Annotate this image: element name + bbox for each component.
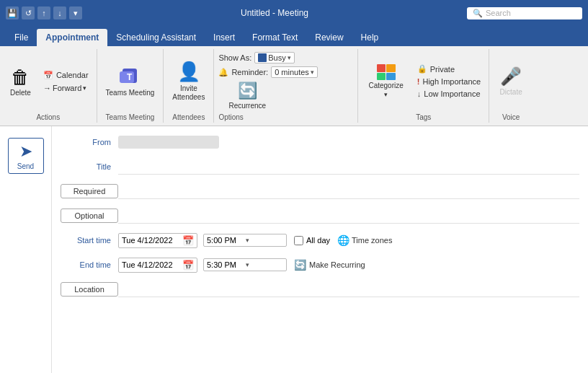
all-day-checkbox-row[interactable]: All day <box>294 236 330 245</box>
search-icon: 🔍 <box>473 9 483 18</box>
end-time-select[interactable]: 5:30 PM ▾ <box>203 258 287 271</box>
forward-dropdown-icon[interactable]: ▾ <box>83 84 86 92</box>
globe-icon: 🌐 <box>337 234 349 246</box>
title-label: Title <box>61 162 118 171</box>
optional-input[interactable] <box>118 209 579 224</box>
recurrence-button[interactable]: 🔄 Recurrence <box>224 79 270 112</box>
from-label: From <box>61 138 118 146</box>
make-recurring-button[interactable]: 🔄 Make Recurring <box>294 259 365 271</box>
location-input[interactable] <box>118 282 579 297</box>
optional-button[interactable]: Optional <box>61 209 118 223</box>
start-time-value: 5:00 PM <box>207 236 244 245</box>
send-button[interactable]: ➤ Send <box>8 138 44 174</box>
required-input[interactable] <box>118 184 579 199</box>
undo-icon[interactable]: ↺ <box>22 6 35 19</box>
main-area: ➤ Send From Title Required Optional Star… <box>0 126 588 373</box>
attendees-items: 👤 Invite Attendees <box>168 51 209 112</box>
start-date-input[interactable] <box>122 236 179 245</box>
end-time-arrow-icon: ▾ <box>246 261 283 268</box>
private-button[interactable]: 🔒 Private <box>414 63 484 75</box>
title-bar: 💾 ↺ ↑ ↓ ▾ Untitled - Meeting 🔍 Search <box>0 0 588 26</box>
down-arrow-icon[interactable]: ↓ <box>53 6 66 19</box>
calendar-button[interactable]: 📅 Calendar <box>40 69 92 82</box>
show-as-value: Busy <box>268 53 285 62</box>
start-date-field[interactable]: 📅 <box>118 233 197 248</box>
optional-row: Optional <box>61 206 579 226</box>
start-calendar-icon[interactable]: 📅 <box>182 235 194 246</box>
show-as-row: Show As: Busy ▾ <box>218 52 294 63</box>
ribbon-group-actions: 🗑 Delete 📅 Calendar → Forward ▾ Actions <box>0 49 97 123</box>
all-day-checkbox[interactable] <box>294 236 303 245</box>
end-date-input[interactable] <box>122 260 179 269</box>
start-time-row: Start time 📅 5:00 PM ▾ All day 🌐 Time zo… <box>61 230 579 250</box>
customize-icon[interactable]: ▾ <box>69 6 82 19</box>
start-time-select[interactable]: 5:00 PM ▾ <box>203 234 287 247</box>
save-icon[interactable]: 💾 <box>6 6 19 19</box>
invite-icon: 👤 <box>177 61 200 83</box>
send-label: Send <box>17 162 34 170</box>
tab-insert[interactable]: Insert <box>205 29 244 46</box>
from-row: From <box>61 132 579 152</box>
window-title: Untitled - Meeting <box>82 8 467 18</box>
end-time-row: End time 📅 5:30 PM ▾ 🔄 Make Recurring <box>61 255 579 275</box>
timezone-button[interactable]: 🌐 Time zones <box>337 234 392 246</box>
show-as-label: Show As: <box>218 53 251 62</box>
svg-text:T: T <box>127 72 133 82</box>
actions-group-label: Actions <box>36 112 60 121</box>
attendees-group-label: Attendees <box>172 112 205 121</box>
high-importance-icon: ! <box>417 77 420 86</box>
up-arrow-icon[interactable]: ↑ <box>37 6 50 19</box>
title-input[interactable] <box>118 159 579 175</box>
send-arrow-icon: ➤ <box>19 142 32 161</box>
delete-button[interactable]: 🗑 Delete <box>4 63 37 100</box>
from-value <box>118 136 219 149</box>
dictate-button[interactable]: 🎤 Dictate <box>495 64 527 98</box>
reminder-select[interactable]: 0 minutes ▾ <box>271 66 318 78</box>
end-date-field[interactable]: 📅 <box>118 258 197 273</box>
ribbon-tab-bar: File Appointment Scheduling Assistant In… <box>0 26 588 46</box>
voice-group-label: Voice <box>502 112 520 121</box>
show-as-arrow-icon: ▾ <box>288 54 291 61</box>
reminder-row: 🔔 Reminder: 0 minutes ▾ <box>218 66 317 78</box>
end-time-value: 5:30 PM <box>207 260 244 269</box>
location-row: Location <box>61 279 579 299</box>
ribbon-group-attendees: 👤 Invite Attendees Attendees <box>164 49 214 123</box>
tags-side-items: 🔒 Private ! High Importance ↓ Low Import… <box>414 63 484 100</box>
categorize-arrow-icon: ▾ <box>384 91 388 98</box>
ribbon-group-tags: Categorize ▾ 🔒 Private ! High Importance… <box>358 49 489 123</box>
timezone-label: Time zones <box>352 236 392 245</box>
invite-attendees-button[interactable]: 👤 Invite Attendees <box>168 58 209 104</box>
tab-scheduling-assistant[interactable]: Scheduling Assistant <box>107 29 205 46</box>
calendar-icon: 📅 <box>43 71 53 80</box>
teams-meeting-button[interactable]: T Teams Meeting <box>102 63 159 100</box>
tab-review[interactable]: Review <box>306 29 352 46</box>
ribbon: 🗑 Delete 📅 Calendar → Forward ▾ Actions <box>0 46 588 126</box>
lock-icon: 🔒 <box>417 64 427 74</box>
tab-format-text[interactable]: Format Text <box>244 29 306 46</box>
tags-group-label: Tags <box>416 112 431 121</box>
tab-file[interactable]: File <box>6 29 37 46</box>
categorize-icon <box>377 64 396 80</box>
tab-help[interactable]: Help <box>352 29 388 46</box>
busy-color-indicator <box>258 53 267 62</box>
low-importance-icon: ↓ <box>417 89 422 98</box>
forward-button[interactable]: → Forward ▾ <box>40 82 92 94</box>
actions-items: 🗑 Delete 📅 Calendar → Forward ▾ <box>4 51 92 112</box>
end-calendar-icon[interactable]: 📅 <box>182 260 194 271</box>
location-button[interactable]: Location <box>61 282 118 297</box>
ribbon-group-voice: 🎤 Dictate Voice <box>489 49 533 123</box>
ribbon-group-options: Show As: Busy ▾ 🔔 Reminder: 0 minutes ▾ … <box>214 49 358 123</box>
ribbon-group-teams: T Teams Meeting Teams Meeting <box>97 49 164 123</box>
all-day-label: All day <box>306 236 330 245</box>
high-importance-button[interactable]: ! High Importance <box>414 76 484 87</box>
low-importance-button[interactable]: ↓ Low Importance <box>414 88 484 100</box>
show-as-select[interactable]: Busy ▾ <box>254 52 294 63</box>
window-controls[interactable]: 💾 ↺ ↑ ↓ ▾ <box>6 6 82 19</box>
categorize-button[interactable]: Categorize ▾ <box>362 62 409 100</box>
reminder-value: 0 minutes <box>275 68 309 76</box>
tab-appointment[interactable]: Appointment <box>37 29 107 46</box>
required-row: Required <box>61 181 579 201</box>
search-box[interactable]: 🔍 Search <box>467 7 582 19</box>
search-placeholder: Search <box>486 9 511 17</box>
required-button[interactable]: Required <box>61 184 118 198</box>
